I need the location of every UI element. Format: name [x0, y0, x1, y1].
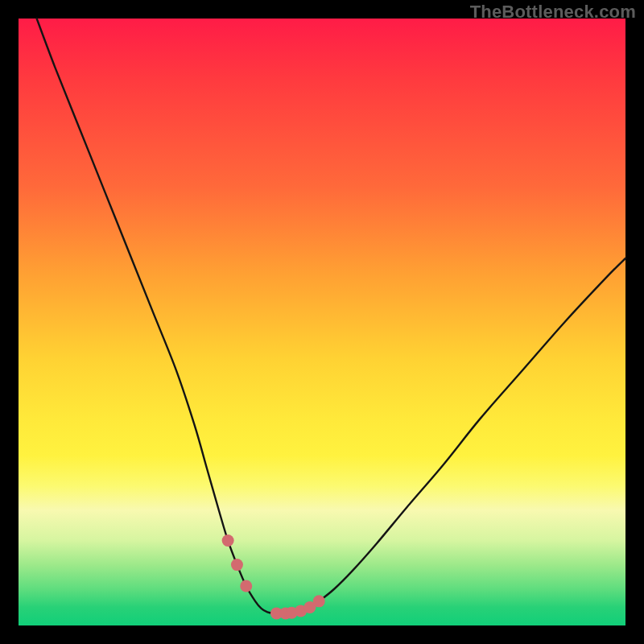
plot-area — [19, 19, 625, 625]
marker-dot — [222, 535, 234, 547]
marker-dot — [313, 595, 325, 607]
marker-dot — [240, 580, 252, 592]
marker-dots-group — [222, 535, 325, 619]
bottleneck-curve — [37, 19, 625, 613]
marker-dot — [231, 559, 243, 571]
chart-stage: TheBottleneck.com — [0, 0, 644, 644]
curve-svg — [19, 19, 625, 625]
